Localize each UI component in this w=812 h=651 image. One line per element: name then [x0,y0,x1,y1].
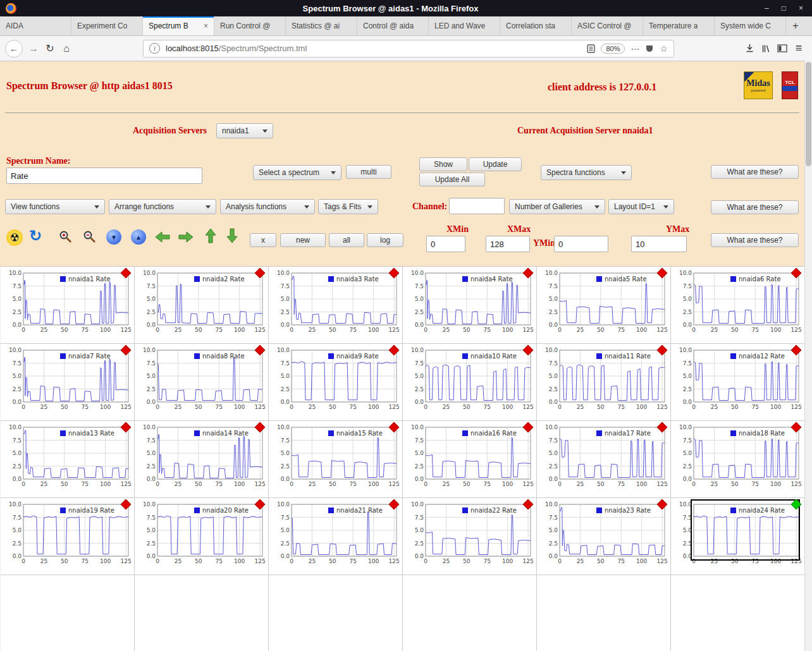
svg-text:10.0: 10.0 [411,424,424,430]
sidebar-toggle-icon[interactable] [774,40,790,57]
bookmark-star-icon[interactable]: ☆ [660,44,668,54]
spectra-functions-dropdown[interactable]: Spectra functions [541,165,632,180]
tab-9[interactable]: ASIC Control @ [572,16,643,35]
update-all-button[interactable]: Update All [419,173,485,186]
spectrum-cell-11[interactable]: 10.07.55.02.50.00255075100125 nnaida11 R… [537,344,671,421]
spectrum-cell-3[interactable]: 10.07.55.02.50.00255075100125 nnaida3 Ra… [269,267,403,344]
spectrum-cell-4[interactable]: 10.07.55.02.50.00255075100125 nnaida4 Ra… [403,267,537,344]
zoom-in-icon[interactable] [58,229,73,245]
green-right-arrow-icon[interactable] [178,229,194,245]
spectrum-cell-6[interactable]: 10.07.55.02.50.00255075100125 nnaida6 Ra… [671,267,805,344]
radiation-icon[interactable]: ☢ [6,229,23,246]
spectrum-name-input[interactable] [6,167,202,184]
tab-7[interactable]: LED and Wave [429,16,500,35]
spectrum-cell-5[interactable]: 10.07.55.02.50.00255075100125 nnaida5 Ra… [537,267,671,344]
zoom-out-icon[interactable] [82,229,97,245]
svg-text:125: 125 [255,404,266,410]
new-button[interactable]: new [280,233,326,247]
spectrum-cell-13[interactable]: 10.07.55.02.50.00255075100125 nnaida13 R… [1,421,135,498]
menu-icon[interactable]: ≡ [790,40,807,57]
spectrum-cell-7[interactable]: 10.07.55.02.50.00255075100125 nnaida7 Ra… [1,344,135,421]
spectrum-cell-22[interactable]: 10.07.55.02.50.00255075100125 nnaida22 R… [403,498,537,575]
url-bar[interactable]: i localhost:8015/Spectrum/Spectrum.tml 8… [143,40,674,58]
log-button[interactable]: log [367,233,403,247]
spectrum-cell-14[interactable]: 10.07.55.02.50.00255075100125 nnaida14 R… [135,421,269,498]
spectrum-cell-24[interactable]: 10.07.55.02.50.00255075100125 nnaida24 R… [671,498,805,575]
spectrum-cell-10[interactable]: 10.07.55.02.50.00255075100125 nnaida10 R… [403,344,537,421]
show-button[interactable]: Show [419,157,467,171]
library-icon[interactable] [758,40,774,57]
spectrum-cell-16[interactable]: 10.07.55.02.50.00255075100125 nnaida16 R… [403,421,537,498]
multi-button[interactable]: multi [346,165,391,179]
tab-label: AIDA [6,21,23,30]
vertical-scrollbar[interactable] [804,61,812,651]
download-icon[interactable] [741,40,758,57]
spectrum-cell-15[interactable]: 10.07.55.02.50.00255075100125 nnaida15 R… [269,421,403,498]
svg-text:100: 100 [502,404,513,410]
spectrum-cell-21[interactable]: 10.07.55.02.50.00255075100125 nnaida21 R… [269,498,403,575]
scrollbar-thumb[interactable] [806,62,811,166]
spectrum-cell-1[interactable]: 10.07.55.02.50.00255075100125 nnaida1 Ra… [1,267,135,344]
zoom-level-button[interactable]: 80% [601,44,625,54]
number-of-galleries-dropdown[interactable]: Number of Galleries [509,199,605,214]
select-spectrum-dropdown[interactable]: Select a spectrum [253,165,341,180]
reload-button[interactable]: ↻ [42,40,58,57]
spectrum-cell-17[interactable]: 10.07.55.02.50.00255075100125 nnaida17 R… [537,421,671,498]
ymin-input[interactable] [554,236,608,252]
spectrum-cell-20[interactable]: 10.07.55.02.50.00255075100125 nnaida20 R… [135,498,269,575]
green-up-arrow-icon[interactable] [202,228,219,243]
svg-text:0.0: 0.0 [415,399,424,405]
spectrum-cell-8[interactable]: 10.07.55.02.50.00255075100125 nnaida8 Ra… [135,344,269,421]
tab-4[interactable]: Run Control @ [214,16,286,35]
refresh-icon[interactable]: ↻ [29,227,42,245]
page-actions-icon[interactable]: ⋯ [631,44,639,54]
minimize-button[interactable]: – [765,4,769,13]
x-button[interactable]: x [250,233,276,247]
spectrum-cell-9[interactable]: 10.07.55.02.50.00255075100125 nnaida9 Ra… [269,344,403,421]
blue-up-arrow-icon[interactable]: ▲ [131,229,146,245]
spectrum-cell-2[interactable]: 10.07.55.02.50.00255075100125 nnaida2 Ra… [135,267,269,344]
svg-text:100: 100 [770,404,781,410]
xmax-input[interactable] [486,236,530,252]
svg-text:0.0: 0.0 [13,322,22,328]
reader-mode-icon[interactable] [587,44,595,53]
site-info-icon[interactable]: i [149,43,160,54]
tab-2[interactable]: Experiment Co [71,16,143,35]
update-button[interactable]: Update [469,157,522,171]
close-button[interactable]: × [799,4,803,13]
green-left-arrow-icon[interactable] [154,229,171,245]
channel-input[interactable] [449,198,505,214]
ymax-input[interactable] [631,236,687,252]
forward-button[interactable]: → [25,40,42,57]
analysis-functions-dropdown[interactable]: Analysis functions [220,199,315,214]
tab-close-icon[interactable]: × [200,21,208,30]
spectrum-cell-12[interactable]: 10.07.55.02.50.00255075100125 nnaida12 R… [671,344,805,421]
back-button[interactable]: ← [5,40,23,58]
view-functions-dropdown[interactable]: View functions [5,199,105,214]
tab-8[interactable]: Correlation sta [500,16,572,35]
all-button[interactable]: all [329,233,364,247]
tags-fits-dropdown[interactable]: Tags & Fits [318,199,378,214]
new-tab-button[interactable]: + [786,16,805,35]
tab-11[interactable]: System wide C [715,16,786,35]
spectrum-cell-23[interactable]: 10.07.55.02.50.00255075100125 nnaida23 R… [537,498,671,575]
layout-id-dropdown[interactable]: Layout ID=1 [608,199,674,214]
pocket-icon[interactable] [645,44,654,53]
what-are-these-button-3[interactable]: What are these? [711,233,799,247]
arrange-functions-dropdown[interactable]: Arrange functions [109,199,216,214]
xmin-input[interactable] [426,236,465,252]
blue-down-arrow-icon[interactable]: ▼ [106,229,121,245]
what-are-these-button-2[interactable]: What are these? [711,200,799,214]
spectrum-cell-18[interactable]: 10.07.55.02.50.00255075100125 nnaida18 R… [671,421,805,498]
tab-10[interactable]: Temperature a [643,16,715,35]
tab-5[interactable]: Statistics @ ai [286,16,357,35]
spectrum-cell-19[interactable]: 10.07.55.02.50.00255075100125 nnaida19 R… [1,498,135,575]
what-are-these-button-1[interactable]: What are these? [711,165,799,179]
home-button[interactable]: ⌂ [58,40,75,57]
green-down-arrow-icon[interactable] [224,228,240,243]
tab-3[interactable]: Spectrum B× [143,16,214,35]
tab-1[interactable]: AIDA [0,16,71,35]
acquisition-server-select[interactable]: nnaida1 [216,123,273,138]
tab-6[interactable]: Control @ aida [357,16,429,35]
maximize-button[interactable]: □ [782,4,786,13]
